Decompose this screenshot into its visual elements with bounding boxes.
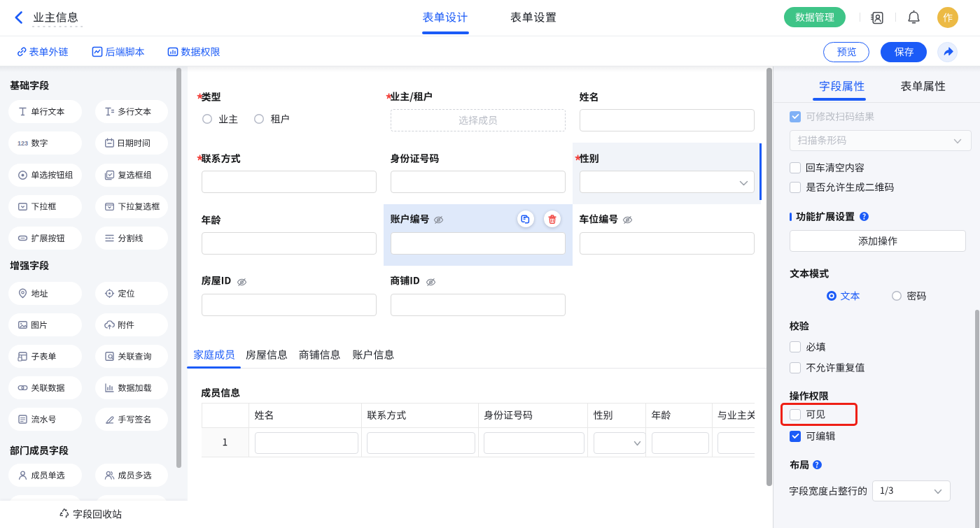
svg-text:123: 123 [18,140,28,147]
